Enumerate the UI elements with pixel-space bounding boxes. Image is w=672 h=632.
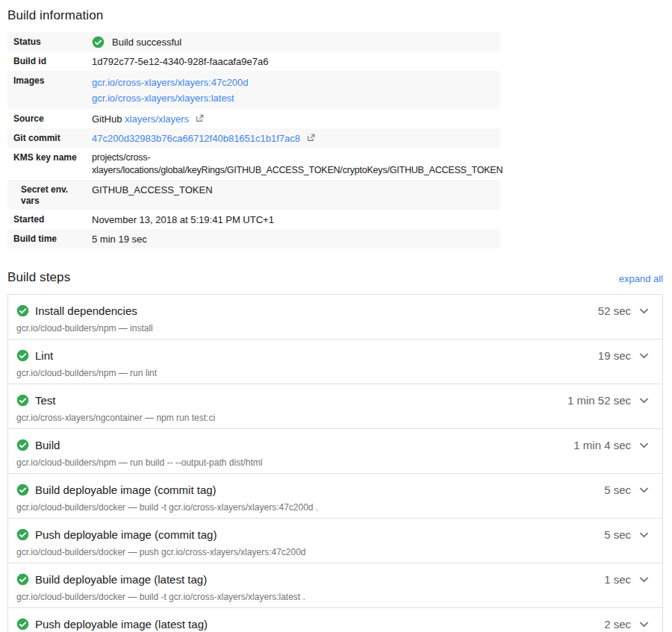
page-title: Build information <box>7 7 663 24</box>
step-title: Push deployable image (latest tag) <box>35 617 604 631</box>
started-value: November 13, 2018 at 5:19:41 PM UTC+1 <box>92 213 500 226</box>
build-steps-header: Build steps expand all <box>7 269 663 286</box>
build-step-lint[interactable]: Lint 19 sec gcr.io/cloud-builders/npm — … <box>7 339 663 384</box>
info-label-images: Images <box>7 74 92 106</box>
step-command: gcr.io/cloud-builders/docker — build -t … <box>16 502 652 513</box>
info-label-build-time: Build time <box>7 232 92 245</box>
step-header[interactable]: Push deployable image (latest tag) 2 sec <box>16 616 652 632</box>
build-details-page: Build information Status Build successfu… <box>0 0 672 632</box>
info-label-git-commit: Git commit <box>7 131 92 145</box>
build-information-table: Status Build successful Build id 1d792c7… <box>7 32 500 248</box>
info-row-git-commit: Git commit 47c200d32983b76ca66712f40b816… <box>7 128 500 148</box>
build-step-test[interactable]: Test 1 min 52 sec gcr.io/cross-xlayers/n… <box>7 384 663 429</box>
step-header[interactable]: Build deployable image (latest tag) 1 se… <box>16 572 652 587</box>
step-title: Push deployable image (commit tag) <box>35 528 604 542</box>
step-header[interactable]: Test 1 min 52 sec <box>16 392 652 408</box>
build-step-build[interactable]: Build 1 min 4 sec gcr.io/cloud-builders/… <box>7 428 663 474</box>
chevron-down-icon[interactable] <box>636 303 652 319</box>
step-command: gcr.io/cloud-builders/docker — build -t … <box>16 592 652 603</box>
check-circle-icon <box>16 618 29 631</box>
build-step-push-image-latest-tag[interactable]: Push deployable image (latest tag) 2 sec… <box>7 607 663 632</box>
secret-env-vars-value: GITHUB_ACCESS_TOKEN <box>92 183 500 207</box>
info-row-build-id: Build id 1d792c77-5e12-4340-928f-faacafa… <box>7 51 500 71</box>
step-title: Build deployable image (commit tag) <box>35 483 604 497</box>
check-circle-icon <box>16 349 29 362</box>
step-command: gcr.io/cloud-builders/npm — run build --… <box>16 457 652 469</box>
info-row-source: Source GitHub xlayers/xlayers <box>7 109 500 128</box>
build-steps-title: Build steps <box>7 269 70 286</box>
info-row-secret-env-vars: Secret env. vars GITHUB_ACCESS_TOKEN <box>7 180 500 210</box>
build-time-value: 5 min 19 sec <box>92 232 500 245</box>
chevron-down-icon[interactable] <box>636 572 652 587</box>
step-header[interactable]: Lint 19 sec <box>16 348 652 363</box>
check-circle-icon <box>16 528 29 541</box>
step-header[interactable]: Build deployable image (commit tag) 5 se… <box>16 482 652 498</box>
info-row-kms-key: KMS key name projects/cross-xlayers/loca… <box>7 148 500 180</box>
info-label-started: Started <box>7 213 92 226</box>
chevron-down-icon[interactable] <box>636 348 652 363</box>
info-row-status: Status Build successful <box>7 32 500 51</box>
step-title: Test <box>35 393 567 407</box>
step-header[interactable]: Install dependencies 52 sec <box>16 303 652 319</box>
expand-all-link[interactable]: expand all <box>619 272 663 286</box>
info-row-build-time: Build time 5 min 19 sec <box>7 229 500 248</box>
chevron-down-icon[interactable] <box>636 437 652 453</box>
info-label-kms-key: KMS key name <box>7 151 92 177</box>
step-command: gcr.io/cloud-builders/npm — install <box>16 323 652 334</box>
external-link-icon[interactable] <box>306 133 316 143</box>
check-circle-icon <box>16 304 29 317</box>
step-header[interactable]: Build 1 min 4 sec <box>16 437 652 453</box>
source-value: GitHub xlayers/xlayers <box>92 112 500 125</box>
build-step-build-image-commit-tag[interactable]: Build deployable image (commit tag) 5 se… <box>7 473 663 519</box>
git-commit-link[interactable]: 47c200d32983b76ca66712f40b81651c1b1f7ac8 <box>92 133 300 144</box>
step-command: gcr.io/cloud-builders/docker — push gcr.… <box>16 547 652 558</box>
image-link-latest[interactable]: gcr.io/cross-xlayers/xlayers:latest <box>92 90 500 106</box>
step-command: gcr.io/cloud-builders/npm — run lint <box>16 368 652 379</box>
step-duration: 2 sec <box>604 618 631 631</box>
build-steps-list: Install dependencies 52 sec gcr.io/cloud… <box>7 294 663 632</box>
chevron-down-icon[interactable] <box>636 392 652 408</box>
build-step-push-image-commit-tag[interactable]: Push deployable image (commit tag) 5 sec… <box>7 518 663 563</box>
step-duration: 19 sec <box>598 349 631 362</box>
check-circle-icon <box>16 484 29 496</box>
kms-key-value: projects/cross-xlayers/locations/global/… <box>92 151 503 177</box>
build-step-build-image-latest-tag[interactable]: Build deployable image (latest tag) 1 se… <box>7 563 663 608</box>
info-row-images: Images gcr.io/cross-xlayers/xlayers:47c2… <box>7 71 500 109</box>
chevron-down-icon[interactable] <box>636 482 652 498</box>
git-commit-value: 47c200d32983b76ca66712f40b81651c1b1f7ac8 <box>92 131 500 145</box>
step-title: Build deployable image (latest tag) <box>35 572 604 586</box>
step-title: Lint <box>35 348 598 363</box>
step-duration: 52 sec <box>598 304 631 317</box>
info-label-source: Source <box>7 112 92 125</box>
check-circle-icon <box>92 36 105 49</box>
info-value-status: Build successful <box>92 35 500 49</box>
chevron-down-icon[interactable] <box>636 616 652 632</box>
info-row-started: Started November 13, 2018 at 5:19:41 PM … <box>7 210 500 229</box>
check-circle-icon <box>16 439 29 451</box>
step-duration: 1 min 52 sec <box>567 394 631 407</box>
image-link-commit[interactable]: gcr.io/cross-xlayers/xlayers:47c200d <box>92 75 500 90</box>
external-link-icon[interactable] <box>195 113 205 123</box>
info-label-status: Status <box>7 35 92 49</box>
step-duration: 1 sec <box>604 573 631 586</box>
check-circle-icon <box>16 573 29 586</box>
status-text: Build successful <box>112 36 181 49</box>
build-id-value: 1d792c77-5e12-4340-928f-faacafa9e7a6 <box>92 54 500 68</box>
step-duration: 1 min 4 sec <box>573 439 631 451</box>
check-circle-icon <box>16 394 29 407</box>
images-links: gcr.io/cross-xlayers/xlayers:47c200d gcr… <box>92 74 500 106</box>
step-command: gcr.io/cross-xlayers/ngcontainer — npm r… <box>16 413 652 424</box>
source-provider: GitHub <box>92 113 122 125</box>
step-duration: 5 sec <box>604 528 631 541</box>
step-duration: 5 sec <box>604 484 631 496</box>
source-repo-link[interactable]: xlayers/xlayers <box>125 113 189 125</box>
step-title: Install dependencies <box>35 304 598 318</box>
step-header[interactable]: Push deployable image (commit tag) 5 sec <box>16 527 652 542</box>
info-label-build-id: Build id <box>7 54 92 68</box>
info-label-secret-env-vars: Secret env. vars <box>7 183 92 207</box>
chevron-down-icon[interactable] <box>636 527 652 542</box>
build-step-install-dependencies[interactable]: Install dependencies 52 sec gcr.io/cloud… <box>7 294 663 340</box>
step-title: Build <box>35 438 573 452</box>
